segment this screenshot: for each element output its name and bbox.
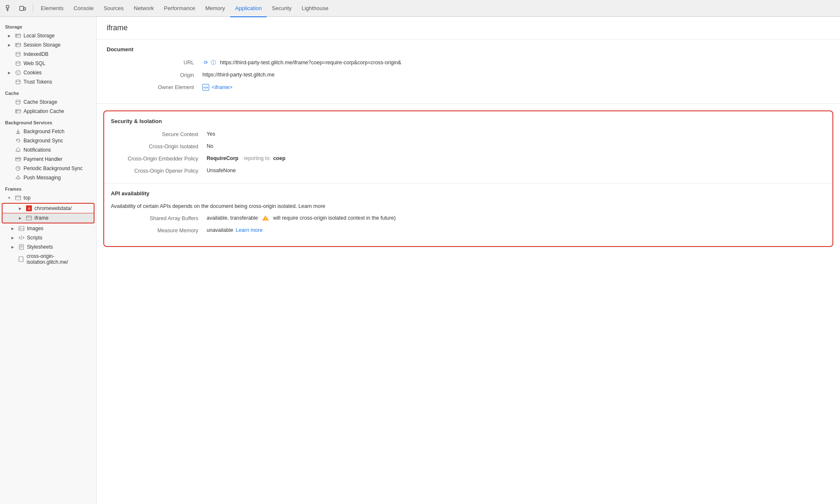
document-section-title: Document <box>107 46 830 52</box>
sidebar-item-cache-storage[interactable]: Cache Storage <box>0 97 96 107</box>
owner-element-value: </> <iframe> <box>202 84 232 91</box>
svg-rect-4 <box>24 8 26 10</box>
coop-row: Cross-Origin Opener Policy UnsafeNone <box>111 168 826 174</box>
api-learn-more-link[interactable]: Learn more <box>299 203 326 209</box>
storage-section-header: Storage <box>0 20 96 31</box>
tab-sources[interactable]: Sources <box>99 0 129 17</box>
cross-origin-isolated-row: Cross-Origin Isolated No <box>111 143 826 150</box>
coop-label: Cross-Origin Opener Policy <box>111 168 203 174</box>
tab-separator <box>33 4 33 13</box>
owner-element-link[interactable]: <iframe> <box>212 84 232 90</box>
svg-point-16 <box>18 74 18 74</box>
shared-array-label: Shared Array Buffers <box>111 215 203 221</box>
measure-memory-learn-more-link[interactable]: Learn more <box>236 227 262 233</box>
session-storage-label: Session Storage <box>24 42 60 48</box>
sidebar-item-chromewebdata[interactable]: ⊘ chromewebdata/ <box>2 203 94 214</box>
cross-origin-label: cross-origin-isolation.glitch.me/ <box>26 253 93 265</box>
tab-security[interactable]: Security <box>267 0 297 17</box>
cross-origin-spacer <box>10 257 15 262</box>
chromewebdata-label: chromewebdata/ <box>34 205 72 211</box>
bg-fetch-spacer <box>7 129 12 134</box>
measure-memory-label: Measure Memory <box>111 227 203 234</box>
api-desc-text: Availability of certain APIs depends on … <box>111 203 297 209</box>
url-text: https://third-party-test.glitch.me/ifram… <box>220 60 401 66</box>
main-content: Storage Local Storage Sessi <box>0 17 840 504</box>
sidebar-item-cross-origin[interactable]: cross-origin-isolation.glitch.me/ <box>0 252 96 267</box>
bg-sync-icon <box>15 138 21 144</box>
svg-rect-31 <box>16 196 21 200</box>
sidebar-item-cookies[interactable]: Cookies <box>0 68 96 77</box>
device-toolbar-icon[interactable] <box>17 3 29 14</box>
tab-lighthouse[interactable]: Lighthouse <box>297 0 333 17</box>
tab-memory[interactable]: Memory <box>200 0 230 17</box>
sidebar-item-bg-sync[interactable]: Background Sync <box>0 136 96 145</box>
sidebar: Storage Local Storage Sessi <box>0 17 97 504</box>
expand-images-icon <box>10 226 15 231</box>
info-icon: ⓘ <box>210 59 217 66</box>
periodic-bg-sync-label: Periodic Background Sync <box>24 165 83 171</box>
origin-row: Origin https://third-party-test.glitch.m… <box>107 72 830 78</box>
notifications-spacer <box>7 147 12 152</box>
tab-application[interactable]: Application <box>230 0 267 17</box>
sidebar-item-websql[interactable]: Web SQL <box>0 59 96 68</box>
payment-handler-icon <box>15 156 21 162</box>
svg-line-37 <box>21 236 22 240</box>
expand-websql-icon <box>7 61 12 66</box>
inspect-icon[interactable] <box>3 3 15 14</box>
secure-context-value: Yes <box>207 131 215 137</box>
sidebar-item-periodic-bg-sync[interactable]: Periodic Background Sync <box>0 164 96 173</box>
sidebar-item-indexeddb[interactable]: IndexedDB <box>0 50 96 59</box>
sidebar-item-iframe[interactable]: iframe <box>2 213 94 223</box>
measure-memory-text: unavailable <box>207 227 233 233</box>
sidebar-item-scripts[interactable]: Scripts <box>0 233 96 242</box>
stylesheets-label: Stylesheets <box>27 244 53 250</box>
images-label: Images <box>27 226 43 231</box>
sidebar-item-top[interactable]: top <box>0 193 96 202</box>
local-storage-label: Local Storage <box>24 33 55 39</box>
sidebar-item-trust-tokens[interactable]: Trust Tokens <box>0 77 96 87</box>
scripts-label: Scripts <box>27 235 42 241</box>
websql-icon <box>15 60 21 66</box>
periodic-bg-sync-spacer <box>7 166 12 171</box>
push-messaging-label: Push Messaging <box>24 175 61 181</box>
top-frame-icon <box>15 195 21 201</box>
application-cache-spacer <box>7 109 12 114</box>
sidebar-item-bg-fetch[interactable]: Background Fetch <box>0 127 96 136</box>
owner-element-icon: </> <box>202 84 209 91</box>
tab-elements[interactable]: Elements <box>36 0 68 17</box>
origin-value: https://third-party-test.glitch.me <box>202 72 275 78</box>
cross-origin-isolated-label: Cross-Origin Isolated <box>111 143 203 150</box>
svg-point-12 <box>16 61 20 63</box>
document-section: Document URL ⟳ ⓘ https://third-party-tes… <box>97 39 840 104</box>
reload-icon: ⟳ <box>202 59 209 66</box>
svg-rect-19 <box>16 110 21 113</box>
svg-point-11 <box>16 52 20 54</box>
indexeddb-label: IndexedDB <box>24 51 48 57</box>
sidebar-item-payment-handler[interactable]: Payment Handler <box>0 155 96 164</box>
indexeddb-icon <box>15 51 21 57</box>
svg-rect-5 <box>16 34 21 37</box>
top-label: top <box>24 195 31 201</box>
url-icon-group: ⟳ ⓘ <box>202 59 217 66</box>
push-messaging-spacer <box>7 175 12 180</box>
sidebar-item-session-storage[interactable]: Session Storage <box>0 40 96 50</box>
scripts-icon <box>18 235 24 241</box>
shared-array-row: Shared Array Buffers available, transfer… <box>111 215 826 221</box>
expand-top-icon <box>7 195 12 200</box>
coop-value: UnsafeNone <box>207 168 236 173</box>
sidebar-item-images[interactable]: Images <box>0 224 96 233</box>
tab-console[interactable]: Console <box>68 0 99 17</box>
sidebar-item-application-cache[interactable]: Application Cache <box>0 107 96 116</box>
red-frame-icon: ⊘ <box>26 205 32 211</box>
tab-network[interactable]: Network <box>129 0 159 17</box>
origin-text: https://third-party-test.glitch.me <box>202 72 275 78</box>
panel-title: iframe <box>97 17 840 39</box>
sidebar-item-notifications[interactable]: Notifications <box>0 145 96 155</box>
tab-performance[interactable]: Performance <box>159 0 200 17</box>
frames-section-header: Frames <box>0 182 96 193</box>
payment-handler-spacer <box>7 157 12 162</box>
sidebar-item-push-messaging[interactable]: Push Messaging <box>0 173 96 182</box>
sidebar-item-local-storage[interactable]: Local Storage <box>0 31 96 40</box>
sidebar-item-stylesheets[interactable]: Stylesheets <box>0 242 96 252</box>
expand-indexeddb-icon <box>7 52 12 57</box>
